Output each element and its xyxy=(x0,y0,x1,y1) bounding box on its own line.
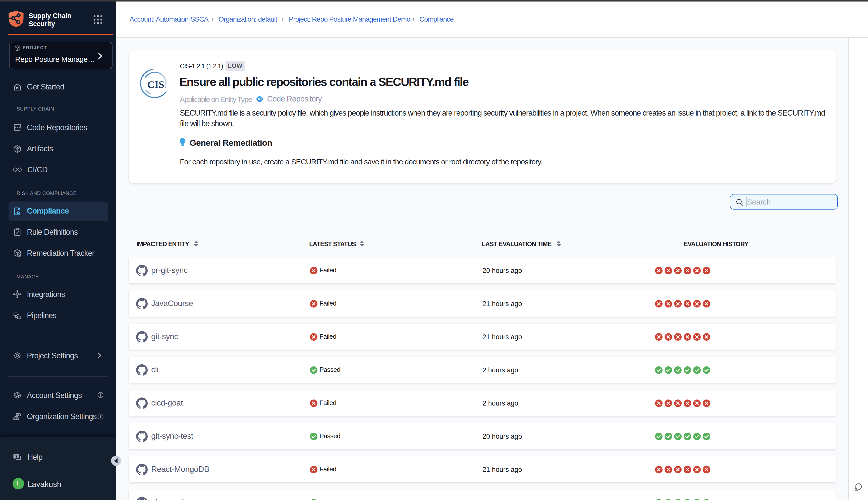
svg-text:?: ? xyxy=(15,454,18,458)
svg-text:CIS: CIS xyxy=(147,79,164,90)
